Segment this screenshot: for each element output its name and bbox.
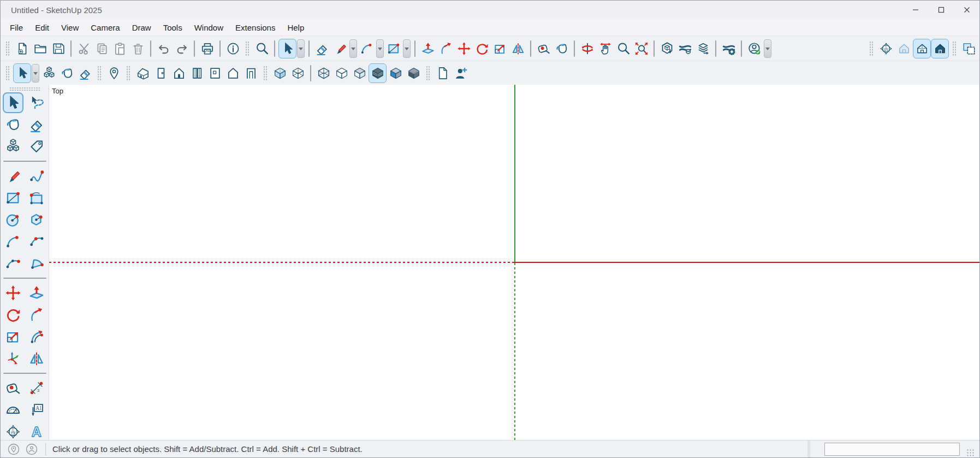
shapes-dropdown[interactable]: [403, 39, 411, 58]
text-button[interactable]: A1: [26, 400, 47, 420]
undo-button[interactable]: [155, 39, 173, 58]
menu-extensions[interactable]: Extensions: [229, 21, 281, 34]
search-button[interactable]: [253, 39, 271, 58]
view-right-button[interactable]: [188, 63, 206, 83]
north-compass-button[interactable]: CA-B: [3, 421, 23, 442]
paste-button[interactable]: [111, 39, 129, 58]
redo-button[interactable]: [173, 39, 191, 58]
view-front-button[interactable]: [170, 63, 188, 83]
tape-measure-button[interactable]: [3, 378, 23, 398]
rectangle-button[interactable]: [3, 187, 23, 208]
extension-manager-button[interactable]: [720, 39, 738, 58]
lasso-button[interactable]: [26, 92, 47, 113]
compass-button[interactable]: CA-B: [877, 39, 895, 58]
tape-measure-button[interactable]: [534, 39, 553, 58]
menu-file[interactable]: File: [4, 21, 29, 34]
menu-view[interactable]: View: [55, 21, 85, 34]
hide-similar-components-button[interactable]: [931, 39, 949, 58]
minimize-button[interactable]: [902, 1, 928, 19]
circle-button[interactable]: [3, 209, 23, 230]
geolocation-icon[interactable]: [7, 443, 20, 456]
paint-bucket-button[interactable]: [58, 63, 76, 83]
open-button[interactable]: [31, 39, 49, 58]
account-dropdown[interactable]: [764, 39, 771, 58]
credits-icon[interactable]: [25, 443, 38, 456]
add-location-button[interactable]: [105, 63, 123, 83]
select-button[interactable]: [13, 63, 31, 83]
face-style-back-edges-button[interactable]: [289, 63, 307, 83]
face-style-shaded-textures-button[interactable]: [369, 63, 387, 83]
copy-button[interactable]: [93, 39, 111, 58]
select-button[interactable]: [278, 39, 296, 58]
measurements-input[interactable]: [824, 443, 960, 456]
orbit-button[interactable]: [578, 39, 596, 58]
account-button[interactable]: [745, 39, 763, 58]
arc-button[interactable]: [3, 231, 23, 252]
rotate-button[interactable]: [3, 304, 23, 325]
3d-warehouse-button[interactable]: [658, 39, 676, 58]
menu-camera[interactable]: Camera: [85, 21, 126, 34]
title-bar[interactable]: Untitled - SketchUp 2025: [1, 1, 979, 19]
rotated-rectangle-button[interactable]: [26, 187, 47, 208]
face-style-dark-button[interactable]: [405, 63, 423, 83]
face-style-wireframe-button[interactable]: [314, 63, 332, 83]
save-button[interactable]: [49, 39, 67, 58]
dimensions-button[interactable]: 3: [26, 378, 47, 398]
xray-view-button[interactable]: [895, 39, 913, 58]
print-button[interactable]: [198, 39, 216, 58]
new-file-button[interactable]: [13, 39, 31, 58]
zoom-extents-button[interactable]: [632, 39, 650, 58]
viewport[interactable]: Top: [49, 85, 979, 440]
scale-button[interactable]: [491, 39, 509, 58]
toolbar-drag-handle[interactable]: [9, 87, 40, 91]
hide-rest-of-model-button[interactable]: [913, 39, 931, 58]
select-dropdown-2[interactable]: [32, 64, 39, 83]
paint-bucket-button[interactable]: [553, 39, 571, 58]
polygon-button[interactable]: [26, 209, 47, 230]
follow-me-button[interactable]: [26, 304, 47, 325]
flip-button[interactable]: [26, 348, 47, 369]
pan-button[interactable]: [596, 39, 614, 58]
eraser-button[interactable]: [313, 39, 331, 58]
move-button[interactable]: [3, 283, 23, 303]
toolbar-drag-handle[interactable]: [245, 41, 250, 56]
select-button[interactable]: [3, 92, 23, 113]
paint-bucket-button[interactable]: [3, 114, 23, 135]
move-button[interactable]: [455, 39, 473, 58]
flip-button[interactable]: [509, 39, 527, 58]
toolbar-drag-handle[interactable]: [126, 66, 130, 81]
menu-edit[interactable]: Edit: [29, 21, 55, 34]
toolbar-drag-handle[interactable]: [426, 66, 430, 81]
menu-tools[interactable]: Tools: [157, 21, 188, 34]
add-person-button[interactable]: [452, 63, 470, 83]
select-dropdown[interactable]: [297, 39, 305, 58]
3d-text-button[interactable]: A: [26, 421, 47, 442]
line-dropdown[interactable]: [349, 39, 357, 58]
rotate-button[interactable]: [473, 39, 491, 58]
components-button[interactable]: [3, 136, 23, 157]
two-point-arc-button[interactable]: [26, 231, 47, 252]
axes-button[interactable]: [3, 348, 23, 369]
toolbar-drag-handle[interactable]: [263, 66, 268, 81]
view-left-button[interactable]: [152, 63, 170, 83]
freehand-button[interactable]: [26, 166, 47, 186]
view-iso-button[interactable]: [134, 63, 152, 83]
offset-button[interactable]: [26, 326, 47, 347]
toolbar-drag-handle[interactable]: [869, 41, 874, 56]
face-style-hidden-line-button[interactable]: [332, 63, 351, 83]
scale-button[interactable]: [3, 326, 23, 347]
delete-button[interactable]: [129, 39, 147, 58]
components-button[interactable]: [40, 63, 58, 83]
close-button[interactable]: [954, 1, 979, 19]
shapes-button[interactable]: [384, 39, 402, 58]
menu-window[interactable]: Window: [188, 21, 229, 34]
line-button[interactable]: [3, 166, 23, 186]
extension-warehouse-button[interactable]: [676, 39, 694, 58]
paste-in-place-button[interactable]: [960, 39, 978, 58]
menu-help[interactable]: Help: [281, 21, 310, 34]
maximize-button[interactable]: [928, 1, 954, 19]
view-top-button[interactable]: [242, 63, 260, 83]
protractor-button[interactable]: [3, 400, 23, 420]
arcs-dropdown[interactable]: [376, 39, 384, 58]
face-style-shaded-button[interactable]: [351, 63, 369, 83]
